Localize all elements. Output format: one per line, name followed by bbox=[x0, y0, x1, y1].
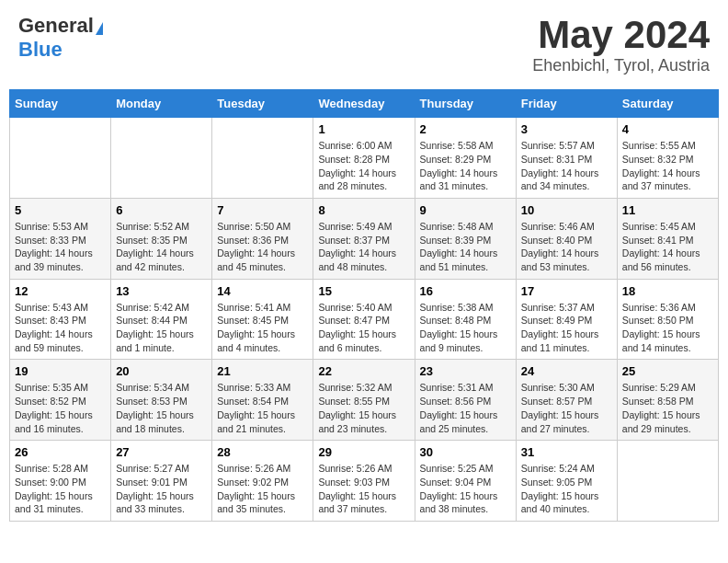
day-number: 2 bbox=[420, 122, 511, 136]
day-info: Sunrise: 5:30 AMSunset: 8:57 PMDaylight:… bbox=[521, 381, 612, 435]
day-number: 28 bbox=[217, 445, 308, 459]
day-number: 17 bbox=[521, 284, 612, 298]
day-cell bbox=[10, 118, 111, 199]
day-cell: 13Sunrise: 5:42 AMSunset: 8:44 PMDayligh… bbox=[111, 279, 212, 360]
day-cell bbox=[617, 441, 718, 522]
day-info: Sunrise: 5:37 AMSunset: 8:49 PMDaylight:… bbox=[521, 301, 612, 355]
calendar-location: Ehenbichl, Tyrol, Austria bbox=[532, 56, 710, 75]
calendar-table: SundayMondayTuesdayWednesdayThursdayFrid… bbox=[9, 89, 719, 522]
day-cell: 7Sunrise: 5:50 AMSunset: 8:36 PMDaylight… bbox=[212, 198, 313, 279]
calendar-header: SundayMondayTuesdayWednesdayThursdayFrid… bbox=[10, 90, 719, 118]
day-cell: 11Sunrise: 5:45 AMSunset: 8:41 PMDayligh… bbox=[617, 198, 718, 279]
day-info: Sunrise: 5:27 AMSunset: 9:01 PMDaylight:… bbox=[116, 462, 207, 516]
day-cell: 30Sunrise: 5:25 AMSunset: 9:04 PMDayligh… bbox=[415, 441, 516, 522]
page-header: General Blue May 2024 Ehenbichl, Tyrol, … bbox=[9, 9, 719, 80]
day-cell: 18Sunrise: 5:36 AMSunset: 8:50 PMDayligh… bbox=[617, 279, 718, 360]
day-number: 20 bbox=[116, 364, 207, 378]
day-number: 1 bbox=[318, 122, 409, 136]
day-number: 13 bbox=[116, 284, 207, 298]
day-info: Sunrise: 5:35 AMSunset: 8:52 PMDaylight:… bbox=[15, 381, 106, 435]
header-day-saturday: Saturday bbox=[617, 90, 718, 118]
day-info: Sunrise: 5:52 AMSunset: 8:35 PMDaylight:… bbox=[116, 220, 207, 274]
day-info: Sunrise: 5:28 AMSunset: 9:00 PMDaylight:… bbox=[15, 462, 106, 516]
day-number: 6 bbox=[116, 203, 207, 217]
day-cell: 16Sunrise: 5:38 AMSunset: 8:48 PMDayligh… bbox=[415, 279, 516, 360]
day-number: 27 bbox=[116, 445, 207, 459]
day-cell: 10Sunrise: 5:46 AMSunset: 8:40 PMDayligh… bbox=[516, 198, 617, 279]
day-number: 8 bbox=[318, 203, 409, 217]
day-number: 30 bbox=[420, 445, 511, 459]
day-cell: 19Sunrise: 5:35 AMSunset: 8:52 PMDayligh… bbox=[10, 360, 111, 441]
day-number: 16 bbox=[420, 284, 511, 298]
day-info: Sunrise: 5:49 AMSunset: 8:37 PMDaylight:… bbox=[318, 220, 409, 274]
day-number: 22 bbox=[318, 364, 409, 378]
day-cell: 9Sunrise: 5:48 AMSunset: 8:39 PMDaylight… bbox=[415, 198, 516, 279]
day-cell: 26Sunrise: 5:28 AMSunset: 9:00 PMDayligh… bbox=[10, 441, 111, 522]
day-cell: 31Sunrise: 5:24 AMSunset: 9:05 PMDayligh… bbox=[516, 441, 617, 522]
day-info: Sunrise: 5:36 AMSunset: 8:50 PMDaylight:… bbox=[622, 301, 713, 355]
day-cell: 21Sunrise: 5:33 AMSunset: 8:54 PMDayligh… bbox=[212, 360, 313, 441]
day-number: 3 bbox=[521, 122, 612, 136]
logo-general: General bbox=[18, 14, 94, 37]
day-number: 19 bbox=[15, 364, 106, 378]
day-cell: 2Sunrise: 5:58 AMSunset: 8:29 PMDaylight… bbox=[415, 118, 516, 199]
day-info: Sunrise: 5:31 AMSunset: 8:56 PMDaylight:… bbox=[420, 381, 511, 435]
day-info: Sunrise: 5:33 AMSunset: 8:54 PMDaylight:… bbox=[217, 381, 308, 435]
day-info: Sunrise: 5:53 AMSunset: 8:33 PMDaylight:… bbox=[15, 220, 106, 274]
day-cell: 29Sunrise: 5:26 AMSunset: 9:03 PMDayligh… bbox=[313, 441, 415, 522]
day-cell: 6Sunrise: 5:52 AMSunset: 8:35 PMDaylight… bbox=[111, 198, 212, 279]
day-cell: 1Sunrise: 6:00 AMSunset: 8:28 PMDaylight… bbox=[313, 118, 415, 199]
day-info: Sunrise: 5:42 AMSunset: 8:44 PMDaylight:… bbox=[116, 301, 207, 355]
day-cell: 12Sunrise: 5:43 AMSunset: 8:43 PMDayligh… bbox=[10, 279, 111, 360]
day-cell: 23Sunrise: 5:31 AMSunset: 8:56 PMDayligh… bbox=[415, 360, 516, 441]
day-info: Sunrise: 5:40 AMSunset: 8:47 PMDaylight:… bbox=[318, 301, 409, 355]
day-number: 26 bbox=[15, 445, 106, 459]
week-row-1: 1Sunrise: 6:00 AMSunset: 8:28 PMDaylight… bbox=[10, 118, 719, 199]
day-number: 25 bbox=[622, 364, 713, 378]
day-cell: 14Sunrise: 5:41 AMSunset: 8:45 PMDayligh… bbox=[212, 279, 313, 360]
day-cell: 27Sunrise: 5:27 AMSunset: 9:01 PMDayligh… bbox=[111, 441, 212, 522]
day-info: Sunrise: 5:26 AMSunset: 9:02 PMDaylight:… bbox=[217, 462, 308, 516]
week-row-5: 26Sunrise: 5:28 AMSunset: 9:00 PMDayligh… bbox=[10, 441, 719, 522]
header-day-wednesday: Wednesday bbox=[313, 90, 415, 118]
day-info: Sunrise: 5:43 AMSunset: 8:43 PMDaylight:… bbox=[15, 301, 106, 355]
day-number: 10 bbox=[521, 203, 612, 217]
week-row-3: 12Sunrise: 5:43 AMSunset: 8:43 PMDayligh… bbox=[10, 279, 719, 360]
header-day-thursday: Thursday bbox=[415, 90, 516, 118]
day-cell: 28Sunrise: 5:26 AMSunset: 9:02 PMDayligh… bbox=[212, 441, 313, 522]
day-info: Sunrise: 5:46 AMSunset: 8:40 PMDaylight:… bbox=[521, 220, 612, 274]
day-cell: 17Sunrise: 5:37 AMSunset: 8:49 PMDayligh… bbox=[516, 279, 617, 360]
day-info: Sunrise: 5:57 AMSunset: 8:31 PMDaylight:… bbox=[521, 139, 612, 193]
title-block: May 2024 Ehenbichl, Tyrol, Austria bbox=[532, 14, 710, 75]
day-number: 9 bbox=[420, 203, 511, 217]
day-cell: 8Sunrise: 5:49 AMSunset: 8:37 PMDaylight… bbox=[313, 198, 415, 279]
day-cell: 24Sunrise: 5:30 AMSunset: 8:57 PMDayligh… bbox=[516, 360, 617, 441]
day-cell: 5Sunrise: 5:53 AMSunset: 8:33 PMDaylight… bbox=[10, 198, 111, 279]
week-row-4: 19Sunrise: 5:35 AMSunset: 8:52 PMDayligh… bbox=[10, 360, 719, 441]
day-number: 14 bbox=[217, 284, 308, 298]
day-info: Sunrise: 5:29 AMSunset: 8:58 PMDaylight:… bbox=[622, 381, 713, 435]
week-row-2: 5Sunrise: 5:53 AMSunset: 8:33 PMDaylight… bbox=[10, 198, 719, 279]
day-number: 21 bbox=[217, 364, 308, 378]
day-number: 23 bbox=[420, 364, 511, 378]
day-info: Sunrise: 5:50 AMSunset: 8:36 PMDaylight:… bbox=[217, 220, 308, 274]
header-day-sunday: Sunday bbox=[10, 90, 111, 118]
day-number: 18 bbox=[622, 284, 713, 298]
day-info: Sunrise: 5:48 AMSunset: 8:39 PMDaylight:… bbox=[420, 220, 511, 274]
day-number: 29 bbox=[318, 445, 409, 459]
day-number: 31 bbox=[521, 445, 612, 459]
calendar-body: 1Sunrise: 6:00 AMSunset: 8:28 PMDaylight… bbox=[10, 118, 719, 522]
logo-text: General bbox=[18, 14, 103, 38]
day-number: 11 bbox=[622, 203, 713, 217]
day-info: Sunrise: 5:34 AMSunset: 8:53 PMDaylight:… bbox=[116, 381, 207, 435]
day-number: 24 bbox=[521, 364, 612, 378]
header-day-monday: Monday bbox=[111, 90, 212, 118]
day-info: Sunrise: 5:25 AMSunset: 9:04 PMDaylight:… bbox=[420, 462, 511, 516]
day-info: Sunrise: 5:24 AMSunset: 9:05 PMDaylight:… bbox=[521, 462, 612, 516]
day-info: Sunrise: 5:58 AMSunset: 8:29 PMDaylight:… bbox=[420, 139, 511, 193]
day-number: 12 bbox=[15, 284, 106, 298]
day-cell bbox=[212, 118, 313, 199]
logo: General Blue bbox=[18, 14, 103, 62]
logo-blue: Blue bbox=[18, 38, 63, 62]
day-info: Sunrise: 6:00 AMSunset: 8:28 PMDaylight:… bbox=[318, 139, 409, 193]
